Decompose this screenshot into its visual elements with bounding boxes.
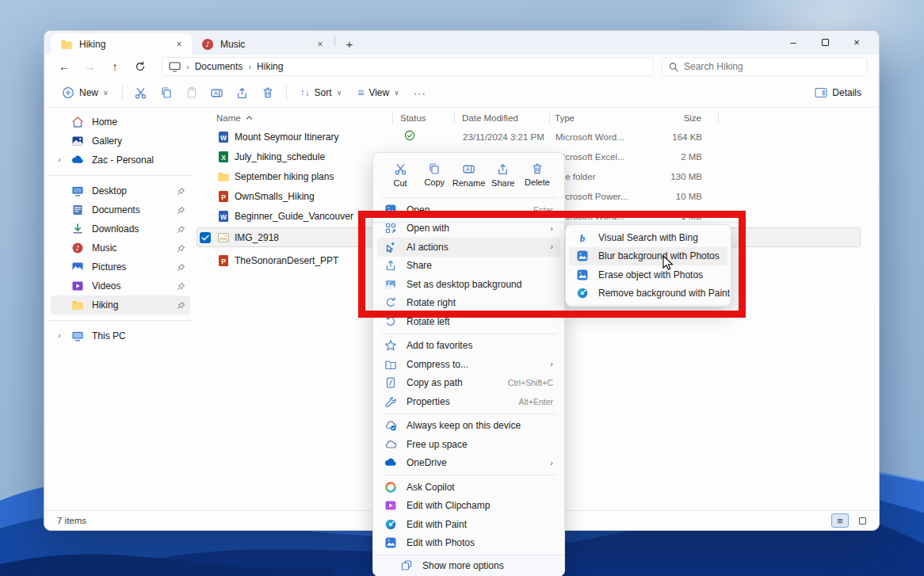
pin-icon [177, 263, 185, 272]
view-icon: ≡ [357, 87, 364, 98]
column-date-modified[interactable]: Date Modified [462, 113, 555, 123]
toolbar-divider [122, 86, 123, 100]
breadcrumb-documents[interactable]: Documents [195, 61, 243, 72]
sidebar-separator [48, 320, 193, 321]
chevron-right-icon: › [550, 360, 553, 368]
menu-item-copy-as-path[interactable]: Copy as path Ctrl+Shift+C [377, 374, 560, 393]
sidebar-item-onedrive-personal[interactable]: › Zac - Personal [51, 151, 190, 170]
back-button[interactable]: ← [52, 57, 76, 76]
column-divider[interactable] [549, 112, 550, 124]
menu-item-edit-with-paint[interactable]: Edit with Paint [377, 515, 560, 534]
menu-item-free-up-space[interactable]: Free up space [377, 435, 560, 454]
pin-icon [177, 225, 185, 234]
breadcrumb[interactable]: › Documents › Hiking [162, 57, 654, 76]
search-box[interactable] [662, 57, 868, 76]
column-divider[interactable] [454, 112, 455, 124]
star-icon [384, 339, 397, 352]
svg-text:X: X [221, 153, 226, 161]
checkbox-checked[interactable] [200, 232, 211, 243]
paste-button[interactable] [181, 82, 203, 104]
column-name[interactable]: Name [216, 113, 400, 123]
delete-button[interactable] [257, 82, 279, 104]
details-pane-button[interactable]: Details [808, 82, 868, 104]
menu-separator [381, 475, 556, 475]
sidebar-item-music[interactable]: ♪ Music [51, 238, 190, 257]
sidebar-item-videos[interactable]: Videos [51, 277, 190, 296]
chevron-right-icon[interactable]: › [55, 332, 63, 340]
trash-icon [531, 162, 544, 175]
menu-item-properties[interactable]: Properties Alt+Enter [377, 392, 560, 411]
menu-item-show-more-options[interactable]: Show more options [373, 555, 564, 576]
up-button[interactable]: ↑ [103, 57, 127, 76]
breadcrumb-sep-icon: › [186, 63, 189, 71]
copy-button[interactable] [155, 82, 178, 104]
wrench-icon [384, 395, 397, 408]
delete-menu-button[interactable]: Delete [521, 160, 553, 190]
new-button[interactable]: New ∨ [55, 82, 115, 104]
downloads-icon [71, 223, 84, 235]
sidebar-item-this-pc[interactable]: › This PC [51, 326, 190, 345]
sidebar-item-home[interactable]: Home [51, 113, 190, 132]
menu-item-onedrive[interactable]: OneDrive › [377, 454, 560, 473]
sort-button[interactable]: ↑↓ Sort ∨ [294, 82, 349, 104]
menu-item-compress-to[interactable]: Compress to... › [377, 355, 560, 374]
gallery-icon [71, 135, 84, 147]
column-divider[interactable] [392, 112, 393, 124]
file-row[interactable]: W Mount Seymour Itinerary 23/11/2024 3:2… [197, 127, 861, 147]
more-icon: ··· [414, 88, 426, 98]
documents-icon [71, 204, 84, 216]
more-options-button[interactable]: ··· [409, 82, 431, 104]
close-tab-icon[interactable]: × [173, 38, 185, 51]
menu-item-add-to-favorites[interactable]: Add to favorites [377, 337, 560, 356]
column-status[interactable]: Status [400, 113, 462, 123]
sidebar-item-documents[interactable]: Documents [51, 200, 190, 219]
search-input[interactable] [684, 61, 861, 72]
pin-icon [177, 282, 185, 291]
refresh-button[interactable] [128, 57, 152, 76]
pin-icon [177, 244, 185, 253]
cut-button[interactable] [130, 82, 152, 104]
share-menu-button[interactable]: Share [487, 160, 519, 190]
forward-button[interactable]: → [78, 57, 101, 76]
column-divider[interactable] [718, 112, 719, 124]
details-view-toggle[interactable]: ≡ [831, 513, 849, 528]
menu-item-ask-copilot[interactable]: Ask Copilot [377, 478, 560, 497]
menu-item-edit-with-clipchamp[interactable]: Edit with Clipchamp [377, 497, 560, 516]
maximize-button[interactable] [809, 31, 841, 53]
close-window-button[interactable]: × [841, 31, 872, 53]
onedrive-cloud-icon [384, 456, 397, 469]
close-tab-icon[interactable]: × [314, 38, 326, 51]
breadcrumb-sep-icon: › [248, 63, 251, 71]
sidebar-item-pictures[interactable]: Pictures [51, 257, 190, 277]
minimize-button[interactable]: – [777, 31, 809, 53]
copilot-icon [384, 481, 397, 494]
home-icon [71, 116, 84, 128]
sidebar-item-downloads[interactable]: Downloads [51, 219, 190, 238]
column-type[interactable]: Type [555, 113, 654, 123]
breadcrumb-hiking[interactable]: Hiking [257, 61, 283, 72]
menu-item-edit-with-photos[interactable]: Edit with Photos [377, 534, 560, 553]
sidebar-separator [48, 175, 193, 176]
chevron-right-icon[interactable]: › [55, 156, 63, 164]
column-size[interactable]: Size [654, 113, 701, 123]
quick-actions: Cut Copy A Rename Share Delete [373, 157, 564, 195]
refresh-icon [135, 61, 146, 72]
thumbnail-view-toggle[interactable] [853, 513, 871, 528]
sidebar-item-desktop[interactable]: Desktop [51, 181, 190, 200]
search-icon [669, 62, 678, 72]
copy-as-path-icon [384, 376, 397, 389]
new-tab-button[interactable]: + [340, 34, 359, 53]
menu-item-always-keep-on-device[interactable]: Always keep on this device [377, 417, 560, 436]
chevron-down-icon: ∨ [337, 90, 342, 97]
sidebar-item-hiking[interactable]: Hiking [51, 296, 190, 315]
sidebar-item-gallery[interactable]: Gallery [51, 132, 190, 151]
rename-button[interactable]: A [206, 82, 228, 104]
tab-music[interactable]: ♪ Music × [192, 33, 333, 55]
pin-icon [177, 187, 185, 196]
rename-menu-button[interactable]: A Rename [453, 160, 485, 190]
copy-menu-button[interactable]: Copy [418, 160, 450, 190]
cut-menu-button[interactable]: Cut [384, 160, 416, 190]
tab-hiking[interactable]: Hiking × [51, 33, 192, 55]
share-button[interactable] [231, 82, 254, 104]
view-button[interactable]: ≡ View ∨ [351, 82, 406, 104]
